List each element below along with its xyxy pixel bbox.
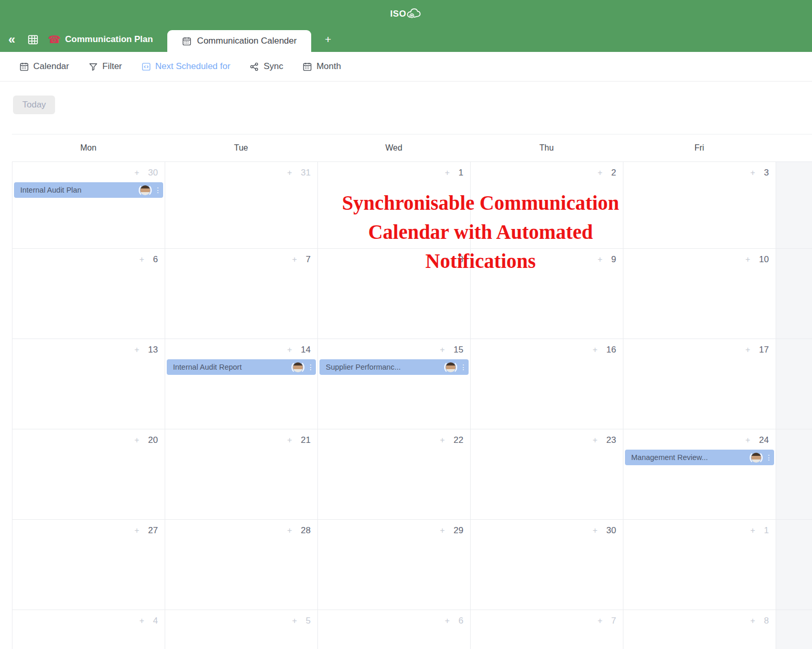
add-event-icon[interactable]: +	[597, 168, 602, 178]
day-cell-header: +13	[12, 339, 165, 355]
day-cell[interactable]: +7	[470, 610, 623, 649]
event-chip[interactable]: Internal Audit Plan⋮	[14, 182, 163, 198]
next-scheduled-for-button[interactable]: Next Scheduled for	[141, 61, 231, 72]
weekend-partial-cell	[776, 339, 812, 429]
day-number: 6	[153, 254, 158, 265]
add-event-icon[interactable]: +	[139, 255, 144, 264]
add-event-icon[interactable]: +	[440, 436, 445, 445]
day-cell-header: +29	[318, 520, 470, 536]
day-cell-header: +24	[623, 429, 776, 445]
calendar-view-button[interactable]: Calendar	[19, 61, 69, 72]
add-event-icon[interactable]: +	[750, 168, 755, 178]
next-scheduled-icon	[141, 62, 151, 72]
event-menu-icon[interactable]: ⋮	[765, 454, 770, 461]
day-cell[interactable]: +1	[317, 162, 470, 248]
add-event-icon[interactable]: +	[139, 616, 144, 626]
week-row: +27+28+29+30+1	[12, 519, 812, 610]
today-button[interactable]: Today	[13, 96, 55, 114]
day-cell[interactable]: +4	[12, 610, 165, 649]
event-chip[interactable]: Management Review...⋮	[625, 450, 774, 465]
add-event-icon[interactable]: +	[746, 345, 750, 355]
add-tab-button[interactable]: +	[325, 33, 331, 46]
day-cell[interactable]: +28	[165, 520, 317, 610]
day-cell-header: +6	[318, 610, 470, 626]
day-cell-header: +1	[623, 520, 776, 536]
calendar-view-label: Calendar	[33, 61, 69, 72]
add-event-icon[interactable]: +	[445, 255, 449, 264]
add-event-icon[interactable]: +	[593, 526, 597, 535]
day-cell[interactable]: +14Internal Audit Report⋮	[165, 339, 317, 429]
add-event-icon[interactable]: +	[287, 168, 292, 178]
logo-text: ISO	[390, 8, 406, 20]
add-event-icon[interactable]: +	[597, 616, 602, 626]
day-cell[interactable]: +9	[470, 249, 623, 339]
day-number: 5	[306, 616, 311, 626]
event-chip[interactable]: Internal Audit Report⋮	[167, 359, 316, 375]
month-view-button[interactable]: Month	[302, 61, 341, 72]
add-event-icon[interactable]: +	[593, 436, 597, 445]
day-cell[interactable]: +2	[470, 162, 623, 248]
day-cell[interactable]: +24Management Review...⋮	[623, 429, 776, 519]
day-cell[interactable]: +8	[623, 610, 776, 649]
tab-communication-plan[interactable]: Communication Plan	[65, 34, 153, 45]
day-cell[interactable]: +6	[12, 249, 165, 339]
day-cell-header: +6	[12, 249, 165, 265]
day-cell[interactable]: +17	[623, 339, 776, 429]
table-view-icon[interactable]	[28, 34, 38, 45]
day-cell[interactable]: +8	[317, 249, 470, 339]
add-event-icon[interactable]: +	[597, 255, 602, 264]
add-event-icon[interactable]: +	[750, 526, 755, 535]
day-cell[interactable]: +1	[623, 520, 776, 610]
calendar-header-row: MonTueWedThuFri	[12, 134, 812, 161]
event-menu-icon[interactable]: ⋮	[154, 186, 159, 194]
assignee-avatar	[446, 362, 456, 372]
day-cell[interactable]: +10	[623, 249, 776, 339]
add-event-icon[interactable]: +	[445, 168, 449, 178]
day-cell[interactable]: +16	[470, 339, 623, 429]
event-chip[interactable]: Supplier Performanc...⋮	[320, 359, 469, 375]
add-event-icon[interactable]: +	[287, 526, 292, 535]
day-cell[interactable]: +31	[165, 162, 317, 248]
add-event-icon[interactable]: +	[135, 526, 139, 535]
collapse-sidebar-icon[interactable]: «	[8, 33, 15, 46]
event-menu-icon[interactable]: ⋮	[307, 363, 312, 371]
day-cell-header: +15	[318, 339, 470, 355]
day-cell-header: +2	[471, 162, 623, 178]
day-cell[interactable]: +7	[165, 249, 317, 339]
day-cell[interactable]: +20	[12, 429, 165, 519]
filter-button[interactable]: Filter	[88, 61, 122, 72]
add-event-icon[interactable]: +	[440, 345, 445, 355]
add-event-icon[interactable]: +	[445, 616, 449, 626]
add-event-icon[interactable]: +	[292, 255, 297, 264]
day-number: 1	[459, 168, 463, 178]
add-event-icon[interactable]: +	[593, 345, 597, 355]
add-event-icon[interactable]: +	[135, 345, 139, 355]
day-cell[interactable]: +3	[623, 162, 776, 248]
add-event-icon[interactable]: +	[292, 616, 297, 626]
tab-communication-calender[interactable]: Communication Calender	[167, 30, 311, 52]
add-event-icon[interactable]: +	[287, 436, 292, 445]
event-title: Internal Audit Plan	[20, 186, 139, 194]
day-cell[interactable]: +27	[12, 520, 165, 610]
day-cell[interactable]: +15Supplier Performanc...⋮	[317, 339, 470, 429]
add-event-icon[interactable]: +	[135, 168, 139, 178]
day-cell[interactable]: +29	[317, 520, 470, 610]
day-cell[interactable]: +6	[317, 610, 470, 649]
event-menu-icon[interactable]: ⋮	[460, 363, 465, 371]
sync-button[interactable]: Sync	[249, 61, 283, 72]
assignee-avatar	[140, 185, 150, 195]
add-event-icon[interactable]: +	[135, 436, 139, 445]
add-event-icon[interactable]: +	[746, 436, 750, 445]
add-event-icon[interactable]: +	[746, 255, 750, 264]
day-cell[interactable]: +30	[470, 520, 623, 610]
day-cell[interactable]: +23	[470, 429, 623, 519]
add-event-icon[interactable]: +	[750, 616, 755, 626]
day-cell[interactable]: +21	[165, 429, 317, 519]
day-number: 31	[301, 168, 311, 178]
add-event-icon[interactable]: +	[440, 526, 445, 535]
day-cell[interactable]: +22	[317, 429, 470, 519]
day-cell[interactable]: +13	[12, 339, 165, 429]
day-cell[interactable]: +30Internal Audit Plan⋮	[12, 162, 165, 248]
add-event-icon[interactable]: +	[287, 345, 292, 355]
day-cell[interactable]: +5	[165, 610, 317, 649]
